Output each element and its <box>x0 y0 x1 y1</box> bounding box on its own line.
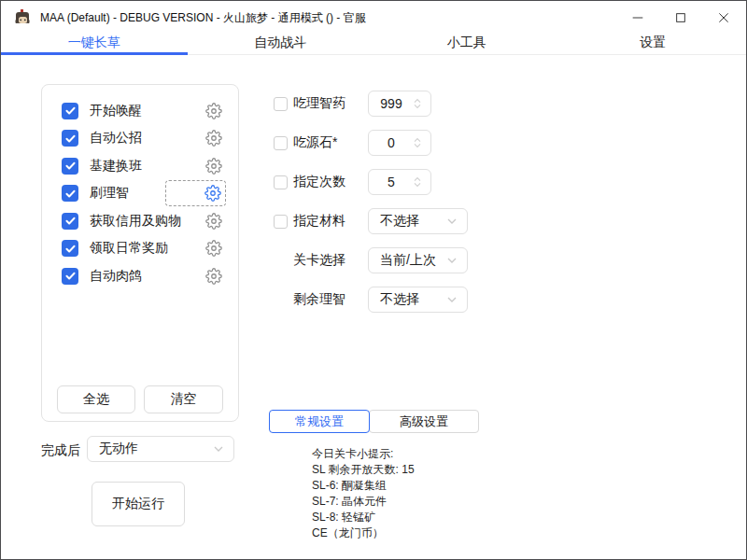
task-row-wakeup[interactable]: 开始唤醒 <box>42 97 238 125</box>
task-checkbox-checked[interactable] <box>62 268 78 285</box>
times-value: 5 <box>369 175 410 189</box>
medicine-label: 吃理智药 <box>293 95 368 112</box>
medicine-spinner[interactable]: 999 <box>368 91 431 117</box>
fight-row-stage: 关卡选择 当前/上次 <box>274 247 468 273</box>
clear-button[interactable]: 清空 <box>144 385 223 413</box>
after-completion-dropdown[interactable]: 无动作 <box>87 436 234 462</box>
close-button[interactable] <box>702 1 745 35</box>
tip-line: SL-6: 酮凝集组 <box>312 478 415 494</box>
task-label: 领取日常奖励 <box>90 240 168 257</box>
maximize-button[interactable] <box>659 1 702 35</box>
start-run-button[interactable]: 开始运行 <box>92 482 185 526</box>
task-settings-gear-icon[interactable] <box>204 212 222 230</box>
task-settings-gear-icon[interactable] <box>204 102 222 119</box>
stone-spinner[interactable]: 0 <box>368 130 431 156</box>
task-checkbox-checked[interactable] <box>62 158 78 175</box>
task-list: 开始唤醒 自动公招 基建换班 刷理智 <box>42 97 238 290</box>
fight-row-remaining-sanity: 剩余理智 不选择 <box>274 287 468 313</box>
times-spinner[interactable]: 5 <box>368 169 431 195</box>
fight-row-stone: 吃源石* 0 <box>274 130 468 156</box>
close-icon <box>716 10 731 25</box>
task-list-card: 开始唤醒 自动公招 基建换班 刷理智 <box>41 84 239 422</box>
tab-farming[interactable]: 一键长草 <box>1 35 188 54</box>
task-row-award[interactable]: 领取日常奖励 <box>42 235 238 263</box>
tip-line: CE（龙门币） <box>312 525 415 541</box>
stage-tips: 今日关卡小提示: SL 剩余开放天数: 15 SL-6: 酮凝集组 SL-7: … <box>312 446 415 541</box>
material-label: 指定材料 <box>293 213 368 230</box>
app-window: MAA (Default) - DEBUG VERSION - 火山旅梦 - 通… <box>0 0 747 560</box>
chevron-down-icon <box>444 253 459 268</box>
tab-advanced-settings[interactable]: 高级设置 <box>369 410 479 433</box>
material-dropdown[interactable]: 不选择 <box>368 208 468 234</box>
chevron-down-icon <box>444 292 459 307</box>
task-settings-gear-icon[interactable] <box>204 130 222 147</box>
select-all-button[interactable]: 全选 <box>57 385 135 413</box>
task-label: 自动肉鸽 <box>90 268 142 285</box>
settings-tab-group: 常规设置 高级设置 <box>269 410 479 433</box>
task-row-roguelike[interactable]: 自动肉鸽 <box>42 262 238 290</box>
spinner-updown-icon[interactable] <box>410 96 425 111</box>
after-completion-label: 完成后 <box>41 442 80 459</box>
minimize-button[interactable] <box>616 1 659 35</box>
tip-line: 今日关卡小提示: <box>312 446 415 462</box>
fight-row-material: 指定材料 不选择 <box>274 208 468 234</box>
spinner-updown-icon[interactable] <box>410 135 425 150</box>
medicine-checkbox[interactable] <box>274 97 288 111</box>
stone-value: 0 <box>369 135 410 150</box>
task-settings-gear-icon-focused[interactable] <box>204 185 221 203</box>
fight-settings: 吃理智药 999 吃源石* 0 指定次数 5 指定材料 <box>274 91 468 313</box>
task-settings-gear-icon[interactable] <box>204 157 222 175</box>
tip-line: SL-8: 轻锰矿 <box>312 510 415 525</box>
tip-line: SL-7: 晶体元件 <box>312 494 415 510</box>
task-label: 自动公招 <box>90 130 142 147</box>
tab-tools[interactable]: 小工具 <box>374 35 560 54</box>
task-label: 开始唤醒 <box>90 103 142 119</box>
spinner-updown-icon[interactable] <box>410 175 425 189</box>
remaining-sanity-value: 不选择 <box>380 291 419 308</box>
stage-dropdown[interactable]: 当前/上次 <box>368 247 468 273</box>
task-label: 刷理智 <box>90 185 129 202</box>
window-controls <box>616 1 745 35</box>
task-checkbox-checked[interactable] <box>62 213 78 230</box>
after-completion-value: 无动作 <box>99 441 138 457</box>
stone-checkbox[interactable] <box>274 136 288 150</box>
chevron-down-icon <box>444 214 459 229</box>
material-checkbox[interactable] <box>274 215 288 229</box>
times-label: 指定次数 <box>293 174 368 190</box>
tip-line: SL 剩余开放天数: 15 <box>312 462 415 478</box>
remaining-sanity-label: 剩余理智 <box>293 291 368 308</box>
times-checkbox[interactable] <box>274 175 288 189</box>
remaining-sanity-dropdown[interactable]: 不选择 <box>368 287 468 313</box>
task-checkbox-checked[interactable] <box>62 185 78 202</box>
task-row-mall[interactable]: 获取信用及购物 <box>42 207 238 235</box>
maximize-icon <box>673 10 688 25</box>
fight-row-medicine: 吃理智药 999 <box>274 91 468 117</box>
chevron-down-icon <box>211 441 226 456</box>
title-bar: MAA (Default) - DEBUG VERSION - 火山旅梦 - 通… <box>1 1 746 35</box>
task-label: 获取信用及购物 <box>90 213 181 230</box>
fight-row-times: 指定次数 5 <box>274 169 468 195</box>
minimize-icon <box>630 10 645 25</box>
tab-settings[interactable]: 设置 <box>560 35 747 54</box>
task-checkbox-checked[interactable] <box>62 130 78 147</box>
app-logo-icon <box>13 8 32 27</box>
task-row-fight[interactable]: 刷理智 <box>42 180 238 208</box>
task-checkbox-checked[interactable] <box>62 240 78 257</box>
tab-copilot[interactable]: 自动战斗 <box>188 35 374 54</box>
main-tab-bar: 一键长草 自动战斗 小工具 设置 <box>1 35 746 55</box>
task-row-infrastructure[interactable]: 基建换班 <box>42 152 238 180</box>
material-value: 不选择 <box>380 213 419 230</box>
gear-focus-outline <box>165 180 226 206</box>
stage-value: 当前/上次 <box>380 252 436 269</box>
stage-label: 关卡选择 <box>293 252 368 269</box>
task-label: 基建换班 <box>90 158 142 175</box>
tab-general-settings[interactable]: 常规设置 <box>269 410 370 433</box>
task-settings-gear-icon[interactable] <box>204 240 222 258</box>
medicine-value: 999 <box>369 96 410 111</box>
stone-label: 吃源石* <box>293 134 368 151</box>
window-title: MAA (Default) - DEBUG VERSION - 火山旅梦 - 通… <box>40 10 366 26</box>
task-settings-gear-icon[interactable] <box>204 267 222 285</box>
task-row-recruit[interactable]: 自动公招 <box>42 125 238 153</box>
task-checkbox-checked[interactable] <box>62 103 78 119</box>
